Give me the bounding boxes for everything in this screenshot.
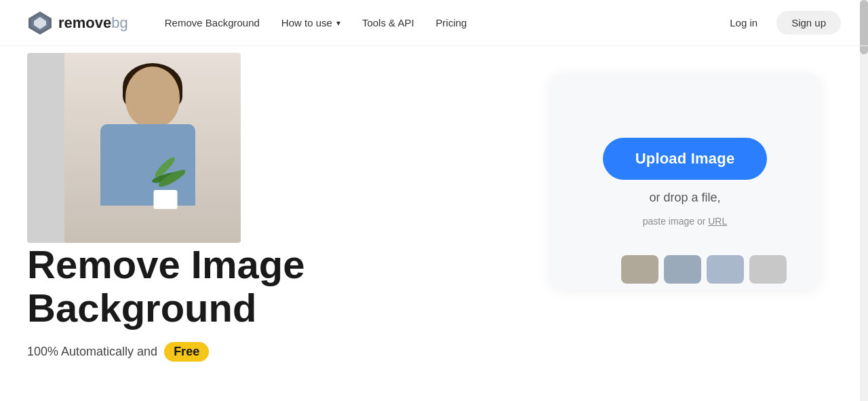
nav-actions: Log in Sign up xyxy=(719,11,841,35)
thumbnail-1[interactable] xyxy=(621,255,658,284)
signup-button[interactable]: Sign up xyxy=(776,11,841,35)
hero-image-container xyxy=(27,53,359,243)
drop-text: or drop a file, xyxy=(649,191,720,205)
plant-pot xyxy=(154,190,178,209)
thumbnails xyxy=(621,255,787,284)
logo[interactable]: removebg xyxy=(27,10,128,36)
thumbnail-4[interactable] xyxy=(749,255,787,284)
logo-icon xyxy=(27,10,53,36)
nav-link-how-to-use[interactable]: How to use xyxy=(272,12,350,34)
logo-text: removebg xyxy=(58,14,128,32)
main-content: Remove Image Background 100% Automatical… xyxy=(0,46,868,401)
plant-container xyxy=(138,141,193,209)
hero-title: Remove Image Background xyxy=(27,243,304,330)
paste-text: paste image or URL xyxy=(643,216,728,227)
login-button[interactable]: Log in xyxy=(719,12,768,34)
hero-subtitle: 100% Automatically and Free xyxy=(27,342,304,362)
left-section: Remove Image Background 100% Automatical… xyxy=(41,66,542,73)
thumbnail-3[interactable] xyxy=(707,255,744,284)
person-head xyxy=(125,66,180,128)
nav-link-pricing[interactable]: Pricing xyxy=(427,12,477,34)
free-badge: Free xyxy=(164,342,209,362)
url-link[interactable]: URL xyxy=(708,216,727,227)
person-image xyxy=(64,53,241,243)
nav-link-remove-background[interactable]: Remove Background xyxy=(155,12,269,34)
nav-link-tools-api[interactable]: Tools & API xyxy=(353,12,424,34)
nav-links: Remove Background How to use Tools & API… xyxy=(155,12,719,34)
upload-button[interactable]: Upload Image xyxy=(603,138,768,180)
navbar: removebg Remove Background How to use To… xyxy=(0,0,868,46)
hero-text: Remove Image Background 100% Automatical… xyxy=(27,243,304,362)
thumbnail-2[interactable] xyxy=(664,255,701,284)
right-section: Upload Image or drop a file, paste image… xyxy=(542,66,827,290)
hero-image xyxy=(27,53,359,243)
